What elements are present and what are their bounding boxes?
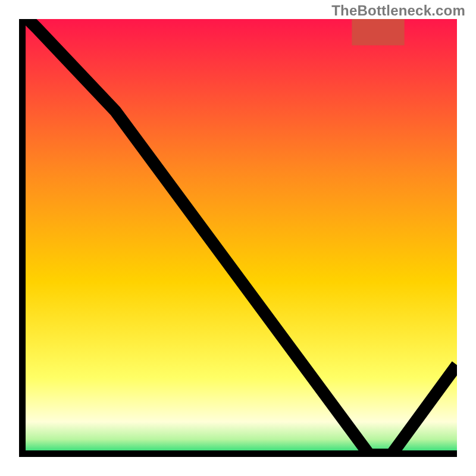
site-watermark: TheBottleneck.com — [331, 2, 465, 19]
bottleneck-chart — [19, 19, 457, 457]
